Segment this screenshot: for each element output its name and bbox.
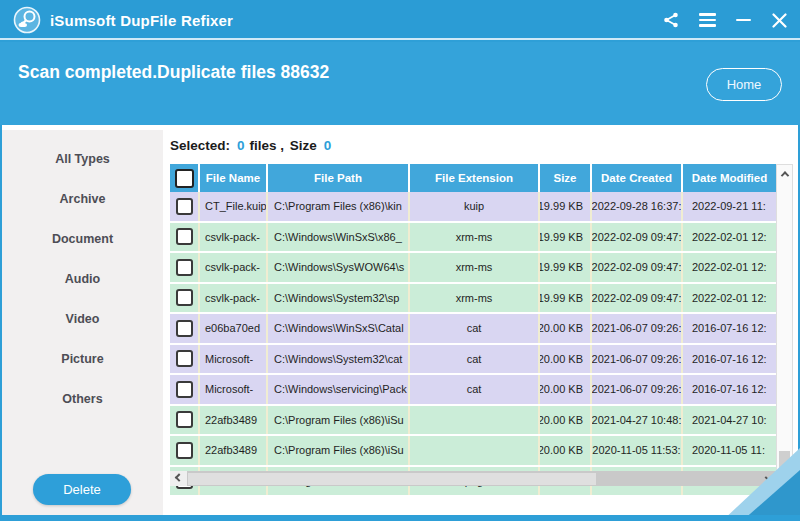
cell-file-path: C:\Windows\SysWOW64\s xyxy=(268,253,410,282)
table-header-row: File Name File Path File Extension Size … xyxy=(170,164,776,192)
row-checkbox-cell xyxy=(170,345,200,374)
cell-date-modified: 2016-07-16 12: xyxy=(683,345,776,374)
cell-date-modified: 2016-07-16 12: xyxy=(683,314,776,343)
cell-file-name: CT_File.kuip xyxy=(200,192,268,221)
home-button[interactable]: Home xyxy=(706,68,782,101)
cell-date-created: 2021-04-27 10:48: xyxy=(592,406,683,435)
cell-file-path: C:\Windows\servicing\Pack xyxy=(268,375,410,404)
cell-date-created: 2021-06-07 09:26: xyxy=(592,375,683,404)
cell-size: 19.99 KB xyxy=(540,192,592,221)
sidebar-item-all-types[interactable]: All Types xyxy=(2,139,163,179)
cell-file-extension: cat xyxy=(410,375,540,404)
column-header-file-extension[interactable]: File Extension xyxy=(410,164,540,192)
share-icon[interactable] xyxy=(660,9,682,31)
cell-file-extension: cat xyxy=(410,314,540,343)
cell-date-created: 2021-06-07 09:26: xyxy=(592,314,683,343)
row-checkbox[interactable] xyxy=(176,228,193,245)
title-bar: iSumsoft DupFile Refixer xyxy=(0,0,800,40)
table-row[interactable]: Microsoft- C:\Windows\servicing\Pack cat… xyxy=(170,375,776,406)
table-row[interactable]: 22afb3489 C:\Program Files (x86)\iSu 20.… xyxy=(170,406,776,437)
cell-file-path: C:\Program Files (x86)\kin xyxy=(268,192,410,221)
table-row[interactable]: e06ba70ed C:\Windows\WinSxS\Catal cat 20… xyxy=(170,314,776,345)
cell-file-name: csvlk-pack- xyxy=(200,223,268,252)
table-row[interactable]: Microsoft- C:\Windows\System32\cat cat 2… xyxy=(170,345,776,376)
header: Scan completed.Duplicate files 88632 Hom… xyxy=(0,42,800,125)
cell-date-modified: 2022-02-01 12: xyxy=(683,223,776,252)
row-checkbox-cell xyxy=(170,223,200,252)
cell-size: 20.00 KB xyxy=(540,406,592,435)
column-header-size[interactable]: Size xyxy=(540,164,592,192)
row-checkbox-cell xyxy=(170,284,200,313)
table-row[interactable]: csvlk-pack- C:\Windows\WinSxS\x86_ xrm-m… xyxy=(170,223,776,254)
table-row[interactable]: csvlk-pack- C:\Windows\System32\sp xrm-m… xyxy=(170,284,776,315)
cell-size: 19.99 KB xyxy=(540,284,592,313)
content-area: All TypesArchiveDocumentAudioVideoPictur… xyxy=(2,125,798,515)
row-checkbox-cell xyxy=(170,253,200,282)
cell-file-name: e06ba70ed xyxy=(200,314,268,343)
delete-button[interactable]: Delete xyxy=(33,474,131,505)
scroll-left-icon[interactable] xyxy=(170,471,187,486)
row-checkbox[interactable] xyxy=(176,198,193,215)
bottom-border-strip xyxy=(0,515,800,521)
cell-file-name: Microsoft- xyxy=(200,345,268,374)
cell-file-path: C:\Windows\WinSxS\Catal xyxy=(268,314,410,343)
menu-icon[interactable] xyxy=(696,9,718,31)
cell-size: 20.00 KB xyxy=(540,345,592,374)
horizontal-scrollbar[interactable] xyxy=(170,471,776,486)
sidebar-item-audio[interactable]: Audio xyxy=(2,259,163,299)
row-checkbox-cell xyxy=(170,436,200,465)
column-header-date-modified[interactable]: Date Modified xyxy=(683,164,776,192)
sidebar-item-archive[interactable]: Archive xyxy=(2,179,163,219)
cell-file-extension xyxy=(410,406,540,435)
cell-file-path: C:\Program Files (x86)\iSu xyxy=(268,406,410,435)
row-checkbox-cell xyxy=(170,314,200,343)
column-header-file-path[interactable]: File Path xyxy=(268,164,410,192)
sidebar-item-picture[interactable]: Picture xyxy=(2,339,163,379)
duplicates-table: File Name File Path File Extension Size … xyxy=(170,164,776,497)
cell-size: 20.00 KB xyxy=(540,375,592,404)
row-checkbox[interactable] xyxy=(176,320,193,337)
row-checkbox-cell xyxy=(170,375,200,404)
row-checkbox-cell xyxy=(170,406,200,435)
select-all-cell xyxy=(170,164,200,192)
row-checkbox[interactable] xyxy=(176,289,193,306)
cell-date-modified: 2022-02-01 12: xyxy=(683,253,776,282)
horizontal-scroll-thumb[interactable] xyxy=(188,473,596,485)
select-all-checkbox[interactable] xyxy=(175,169,194,188)
table-row[interactable]: CT_File.kuip C:\Program Files (x86)\kin … xyxy=(170,192,776,223)
cell-date-created: 2022-02-09 09:47: xyxy=(592,223,683,252)
cell-date-modified: 2022-02-01 12: xyxy=(683,284,776,313)
sidebar-item-document[interactable]: Document xyxy=(2,219,163,259)
close-icon[interactable] xyxy=(768,9,790,31)
cell-file-extension: xrm-ms xyxy=(410,284,540,313)
cell-size: 19.99 KB xyxy=(540,253,592,282)
size-value: 0 xyxy=(324,138,332,153)
row-checkbox[interactable] xyxy=(176,381,193,398)
page-title: Scan completed.Duplicate files 88632 xyxy=(18,62,329,83)
cell-file-path: C:\Windows\WinSxS\x86_ xyxy=(268,223,410,252)
cell-date-created: 2022-09-28 16:37: xyxy=(592,192,683,221)
row-checkbox[interactable] xyxy=(176,259,193,276)
cell-size: 19.99 KB xyxy=(540,223,592,252)
files-label: files , xyxy=(250,138,285,153)
cell-file-path: C:\Program Files (x86)\iSu xyxy=(268,436,410,465)
app-logo-icon xyxy=(13,6,41,34)
row-checkbox[interactable] xyxy=(176,442,193,459)
selected-count: 0 xyxy=(237,138,245,153)
column-header-file-name[interactable]: File Name xyxy=(200,164,268,192)
cell-file-name: Microsoft- xyxy=(200,375,268,404)
row-checkbox[interactable] xyxy=(176,411,193,428)
cell-file-extension: kuip xyxy=(410,192,540,221)
column-header-date-created[interactable]: Date Created xyxy=(592,164,683,192)
table-row[interactable]: csvlk-pack- C:\Windows\SysWOW64\s xrm-ms… xyxy=(170,253,776,284)
cell-size: 20.00 KB xyxy=(540,436,592,465)
row-checkbox[interactable] xyxy=(176,350,193,367)
scroll-up-icon[interactable] xyxy=(777,166,792,181)
minimize-icon[interactable] xyxy=(732,9,754,31)
table-row[interactable]: 22afb3489 C:\Program Files (x86)\iSu 20.… xyxy=(170,436,776,467)
cell-date-modified: 2016-07-16 12: xyxy=(683,375,776,404)
cell-file-name: 22afb3489 xyxy=(200,436,268,465)
sidebar-item-video[interactable]: Video xyxy=(2,299,163,339)
cell-file-name: csvlk-pack- xyxy=(200,284,268,313)
sidebar-item-others[interactable]: Others xyxy=(2,379,163,419)
